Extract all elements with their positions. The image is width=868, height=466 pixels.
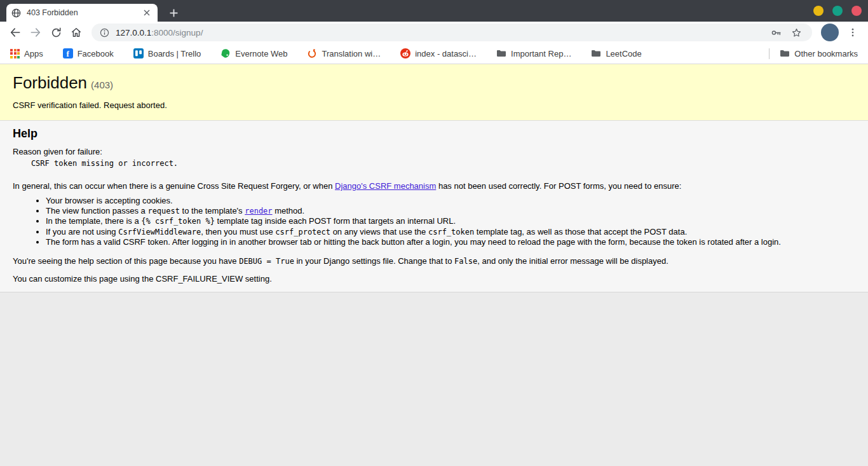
bookmark-item-facebook[interactable]: f Facebook [62,47,115,60]
status-code: (403) [91,79,113,90]
bookmark-label: Apps [24,49,43,58]
checklist-item: In the template, there is a {% csrf_toke… [46,216,855,227]
star-icon [790,27,803,39]
item-text: method. [273,206,305,216]
forward-button[interactable] [26,23,45,42]
other-bookmarks-button[interactable]: Other bookmarks [778,48,859,60]
reddit-icon [400,48,410,58]
url-path: :8000/signup/ [151,28,203,38]
folder-icon [780,49,790,58]
profile-avatar[interactable] [821,24,839,41]
facebook-icon: f [63,48,73,58]
customize-note: You can customize this page using the CS… [13,274,855,284]
window-maximize-button[interactable] [832,6,843,16]
inline-code: DEBUG = True [239,257,294,266]
bookmarks-bar: Apps f Facebook Boards | Trello [0,43,868,64]
bookmark-label: LeetCode [606,49,641,58]
page-info-icon[interactable] [99,27,110,38]
checklist-item: Your browser is accepting cookies. [46,196,855,206]
django-csrf-mechanism-link[interactable]: Django's CSRF mechanism [335,181,436,191]
debug-text: in your Django settings file. Change tha… [294,256,454,266]
checklist: Your browser is accepting cookies. The v… [46,196,855,247]
back-button[interactable] [6,23,25,42]
home-button[interactable] [67,23,86,42]
reload-icon [50,27,62,39]
password-manager-button[interactable] [768,24,784,41]
flame-ring-icon [307,48,317,58]
inline-code: render [245,207,272,216]
folder-icon [496,49,506,58]
help-heading: Help [13,127,855,140]
item-text: template tag inside each POST form that … [215,216,456,226]
inline-code: csrf_protect [275,228,330,236]
home-icon [70,26,83,39]
forward-arrow-icon [29,26,42,39]
bookmark-label: Evernote Web [235,49,287,58]
inline-code: {% csrf_token %} [141,217,215,226]
three-dot-menu-icon [847,27,858,38]
browser-menu-button[interactable] [843,23,862,42]
browser-toolbar: 127.0.0.1:8000/signup/ [0,22,868,43]
bookmark-item-apps[interactable]: Apps [9,48,44,60]
bookmark-item-important-rep[interactable]: Important Rep… [495,48,573,60]
bookmarks-divider [769,48,770,59]
back-arrow-icon [9,26,22,39]
checklist-item: The form has a valid CSRF token. After l… [46,237,855,247]
debug-text: , and only the initial error message wil… [477,256,668,266]
tab-title: 403 Forbidden [27,8,141,17]
evernote-icon [220,48,231,58]
url-host: 127.0.0.1 [116,28,151,38]
item-text: Your browser is accepting cookies. [46,196,173,205]
tab-strip: 403 Forbidden [0,0,868,22]
trello-icon [133,48,144,58]
inline-code: csrf_token [428,228,474,236]
bookmark-item-trello[interactable]: Boards | Trello [132,47,203,60]
reason-value: CSRF token missing or incorrect. [13,159,855,168]
item-text: template tag, as well as those that acce… [474,227,687,236]
browser-tab[interactable]: 403 Forbidden [6,4,158,22]
item-text: The form has a valid CSRF token. After l… [46,237,781,247]
item-text: If you are not using [46,227,118,236]
window-close-button[interactable] [851,6,862,16]
checklist-item: The view function passes a request to th… [46,206,855,217]
globe-favicon-icon [11,8,21,18]
tab-close-button[interactable] [141,7,153,18]
render-method-link[interactable]: render [245,206,272,216]
bookmark-item-translation[interactable]: Translation wi… [306,47,382,60]
bookmark-item-index[interactable]: index - datasci… [399,47,478,60]
address-bar[interactable]: 127.0.0.1:8000/signup/ [92,24,812,41]
bookmark-item-evernote[interactable]: Evernote Web [219,47,288,60]
page-title: Forbidden(403) [13,73,855,93]
reload-button[interactable] [46,23,65,42]
item-text: on any views that use the [330,227,428,236]
intro-paragraph: In general, this can occur when there is… [13,181,855,191]
error-message: CSRF verification failed. Request aborte… [13,100,855,110]
item-text: to the template's [180,206,245,216]
bookmark-label: Facebook [78,49,114,58]
item-text: In the template, there is a [46,216,141,226]
bookmark-item-leetcode[interactable]: LeetCode [590,48,642,60]
apps-grid-icon [10,49,20,58]
close-icon [144,10,150,16]
checklist-item: If you are not using CsrfViewMiddleware,… [46,227,855,238]
plus-icon [170,9,178,17]
bookmark-this-page-button[interactable] [788,24,804,41]
folder-icon [591,49,601,58]
bookmark-label: index - datasci… [415,49,477,58]
bookmark-label: Important Rep… [511,49,571,58]
inline-code: CsrfViewMiddleware [118,228,201,236]
new-tab-button[interactable] [165,4,182,21]
key-icon [770,27,782,39]
bookmark-label: Translation wi… [322,49,381,58]
window-minimize-button[interactable] [813,6,824,16]
intro-text-before: In general, this can occur when there is… [13,181,335,191]
bookmark-label: Boards | Trello [148,49,201,58]
intro-text-after: has not been used correctly. For POST fo… [436,181,681,191]
inline-code: request [147,207,180,216]
item-text: The view function passes a [46,206,147,216]
debug-text: You're seeing the help section of this p… [13,256,239,266]
browser-window: 403 Forbidden [0,0,868,465]
page-viewport: Forbidden(403) CSRF verification failed.… [0,64,868,465]
help-section: Help Reason given for failure: CSRF toke… [0,121,868,292]
error-summary-banner: Forbidden(403) CSRF verification failed.… [0,64,868,121]
